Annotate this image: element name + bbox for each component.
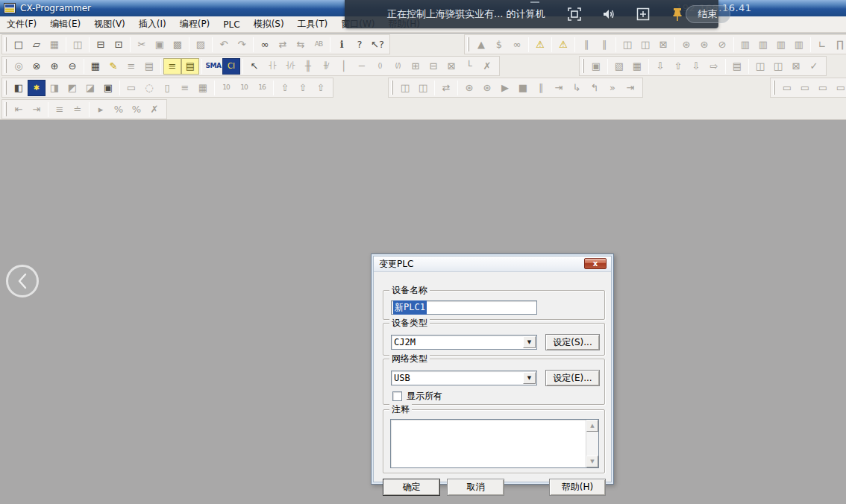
coil-not-icon[interactable]: (/) [389, 58, 407, 75]
address-reference-icon[interactable]: ◪ [81, 80, 99, 96]
device-type-settings-button[interactable]: 设定(S)... [545, 334, 600, 350]
sim-mode-icon[interactable]: ⊛ [460, 80, 478, 96]
force-off-icon[interactable]: ⊛ [695, 37, 713, 53]
indent-right-icon[interactable]: ⇥ [28, 101, 46, 118]
sim-step-next-icon[interactable]: ⇥ [550, 80, 568, 96]
chevron-down-icon[interactable]: ▼ [523, 372, 536, 384]
comment-scrollbar[interactable]: ▲ ▼ [586, 420, 598, 467]
contact-or-no-icon[interactable]: ╫ [299, 58, 317, 75]
sim-window-2-icon[interactable]: ◫ [414, 80, 432, 96]
decimal-display-icon[interactable]: 10 [217, 80, 235, 96]
cancel-button[interactable]: 取消 [447, 479, 504, 496]
output-window-icon[interactable]: ✱ [28, 80, 46, 96]
scroll-up-icon[interactable]: ▲ [586, 420, 598, 432]
rung-wrap-icon[interactable]: ◌ [140, 80, 158, 96]
copy-icon[interactable]: ▣ [151, 37, 169, 53]
rung-list-icon[interactable]: ≡ [122, 58, 140, 75]
menu-item-6[interactable]: 模拟(S) [247, 16, 291, 33]
monitor-1-icon[interactable]: ◫ [751, 58, 769, 75]
toolbar-grip[interactable] [4, 37, 7, 51]
rate-icon[interactable]: $ [490, 37, 508, 53]
print-icon[interactable]: ⊟ [92, 37, 110, 53]
open-file-icon[interactable]: ▱ [28, 37, 46, 53]
window-close-icon[interactable]: ⊠ [654, 37, 672, 53]
sim-play-icon[interactable]: ▶ [496, 80, 514, 96]
find-icon[interactable]: ∞ [256, 37, 274, 53]
end-session-button[interactable]: 结束 [686, 5, 730, 23]
online-edit-icon[interactable]: ▤ [728, 58, 746, 75]
pin-icon[interactable] [669, 6, 686, 22]
zoom-in-icon[interactable]: ⊕ [46, 58, 63, 75]
vertical-line-icon[interactable]: │ [335, 58, 353, 75]
redo-icon[interactable]: ↷ [233, 37, 251, 53]
sim-pause-icon[interactable]: ∥ [532, 80, 550, 96]
cut-icon[interactable]: ✂ [133, 37, 151, 53]
io-table-icon[interactable]: ▦ [194, 80, 212, 96]
monitor-hold-1-icon[interactable]: ⇧ [276, 80, 294, 96]
transfer-to-plc-icon[interactable]: ⇩ [651, 58, 669, 75]
pause-flag-icon[interactable]: ∥ [577, 37, 595, 53]
ok-button[interactable]: 确定 [383, 479, 440, 496]
menu-item-3[interactable]: 插入(I) [132, 16, 173, 33]
select-tool-icon[interactable]: ↖ [245, 58, 263, 75]
filter-icon[interactable]: ▲ [472, 37, 490, 53]
coil-icon[interactable]: () [371, 58, 389, 75]
plc-error-icon[interactable]: ⚠ [531, 37, 549, 53]
monitor-check-icon[interactable]: ✓ [805, 58, 823, 75]
info-icon[interactable]: ℹ [333, 37, 351, 53]
show-all-checkbox[interactable] [392, 391, 402, 401]
fullscreen-icon[interactable] [566, 6, 583, 22]
percent-2-icon[interactable]: % [128, 101, 145, 118]
signed-decimal-icon[interactable]: 10 [235, 80, 253, 96]
compare-icon[interactable]: ⇄ [274, 37, 292, 53]
find-ab-icon[interactable]: AB [310, 37, 328, 53]
monitor-2-icon[interactable]: ◫ [769, 58, 787, 75]
sim-fast-forward-icon[interactable]: » [604, 80, 621, 96]
percent-1-icon[interactable]: % [110, 101, 128, 118]
indent-left-icon[interactable]: ⇤ [10, 101, 28, 118]
comment-textarea[interactable]: ▲ ▼ [390, 419, 599, 468]
project-workspace-icon[interactable]: ◧ [10, 80, 28, 96]
window-1-icon[interactable]: ◫ [618, 37, 636, 53]
toolbar-grip[interactable] [391, 81, 393, 95]
io-bit-3-icon[interactable]: ▭ [814, 80, 832, 96]
replace-icon[interactable]: ⇆ [292, 37, 310, 53]
sim-run-mode-icon[interactable]: ⊛ [478, 80, 496, 96]
menu-item-5[interactable]: PLC [216, 17, 246, 32]
sim-stop-icon[interactable]: ■ [514, 80, 532, 96]
context-help-icon[interactable]: ↖? [369, 37, 386, 53]
force-on-icon[interactable]: ⊛ [677, 37, 695, 53]
properties-icon[interactable]: ▣ [99, 80, 117, 96]
plc-error-log-icon[interactable]: ⚠ [554, 37, 572, 53]
comment-icon[interactable]: ✎ [104, 58, 122, 75]
network-type-select[interactable]: USB ▼ [391, 371, 537, 385]
show-sma-icon[interactable]: SMA [204, 58, 222, 75]
hex-display-icon[interactable]: 16 [253, 80, 271, 96]
speaker-icon[interactable] [601, 6, 617, 22]
sidebar-toggle-button[interactable] [6, 265, 39, 297]
ladder-monitor-icon[interactable]: ≡ [163, 58, 181, 75]
grid-icon[interactable]: ▦ [87, 58, 104, 75]
compare-with-plc-icon[interactable]: ⇩ [687, 58, 705, 75]
pause-icon[interactable]: ∥ [595, 37, 613, 53]
view-mnemonic-icon[interactable]: ◫ [69, 37, 87, 53]
invert-block-icon[interactable]: ⊠ [442, 58, 460, 75]
flag-icon[interactable]: ▸ [92, 101, 110, 118]
io-bit-4-icon[interactable]: ▭ [832, 80, 846, 96]
menu-item-2[interactable]: 视图(V) [87, 16, 132, 33]
build-all-icon[interactable]: ▦ [628, 58, 646, 75]
line-corner-icon[interactable]: └ [460, 58, 478, 75]
paste-icon[interactable]: ▩ [169, 37, 187, 53]
chevron-down-icon[interactable]: ▼ [523, 336, 536, 348]
partial-transfer-icon[interactable]: ⇨ [705, 58, 723, 75]
toolbar-grip[interactable] [582, 59, 584, 73]
rung-number-icon[interactable]: ▤ [140, 58, 158, 75]
watch-window-icon[interactable]: ◨ [46, 80, 63, 96]
contact-nc-icon[interactable]: ┤/├ [281, 58, 299, 75]
toolbar-grip[interactable] [4, 59, 7, 73]
flag-clear-icon[interactable]: ✗ [145, 101, 163, 118]
new-window-icon[interactable] [635, 6, 651, 22]
io-memory-3-icon[interactable]: ▥ [772, 37, 790, 53]
help-icon[interactable]: ? [351, 37, 369, 53]
save-icon[interactable]: ▦ [46, 37, 63, 53]
